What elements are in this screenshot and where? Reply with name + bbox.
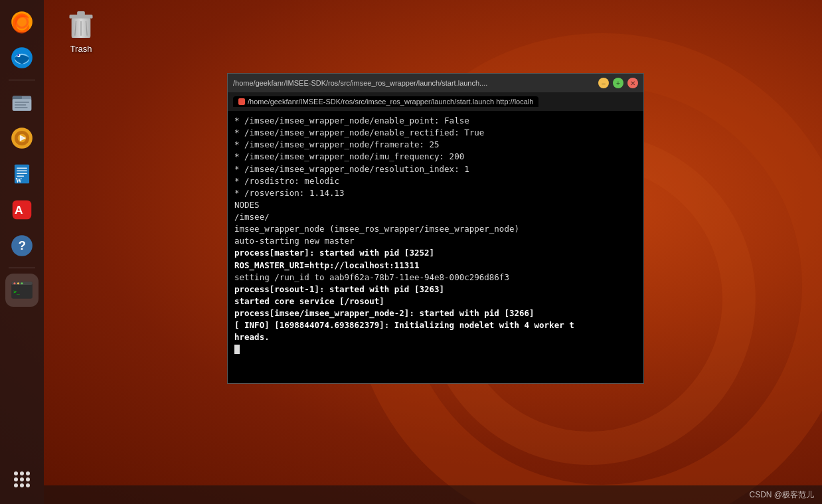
launcher: W A ? >_	[0, 0, 44, 504]
svg-rect-21	[17, 173, 27, 174]
terminal-line: process[rosout-1]: started with pid [326…	[234, 284, 637, 295]
minimize-button[interactable]: –	[598, 78, 609, 88]
svg-rect-19	[17, 168, 27, 169]
svg-rect-10	[15, 102, 29, 103]
launcher-app-store[interactable]: A	[5, 193, 39, 226]
svg-text:W: W	[16, 177, 23, 184]
terminal-window: /home/geekfanr/IMSEE-SDK/ros/src/imsee_r…	[227, 73, 644, 384]
terminal-line: process[imsee/imsee_wrapper_node-2]: sta…	[234, 307, 637, 319]
trash-desktop-icon[interactable]: Trash	[64, 8, 98, 54]
svg-point-2	[17, 17, 27, 27]
svg-point-32	[21, 282, 23, 284]
svg-rect-20	[17, 170, 27, 171]
terminal-line: * /imsee/imsee_wrapper_node/enable_recti…	[234, 127, 637, 139]
launcher-help[interactable]: ?	[5, 229, 39, 262]
terminal-titlebar: /home/geekfanr/IMSEE-SDK/ros/src/imsee_r…	[228, 74, 643, 92]
svg-point-6	[17, 54, 19, 56]
trash-icon	[64, 8, 98, 41]
terminal-line: * /rosdistro: melodic	[234, 175, 637, 187]
terminal-line: hreads.	[234, 331, 637, 343]
terminal-title: /home/geekfanr/IMSEE-SDK/ros/src/imsee_r…	[233, 79, 594, 87]
launcher-thunderbird[interactable]	[5, 41, 39, 74]
launcher-sep-1	[9, 80, 35, 80]
terminal-line: [ INFO] [1698844074.693862379]: Initiali…	[234, 319, 637, 331]
svg-rect-37	[77, 11, 85, 15]
show-applications-button[interactable]	[5, 463, 39, 496]
launcher-files[interactable]	[5, 86, 39, 119]
launcher-libreoffice-writer[interactable]: W	[5, 157, 39, 191]
desktop: W A ? >_	[0, 0, 822, 504]
svg-rect-8	[13, 96, 22, 100]
terminal-line: * /rosversion: 1.14.13	[234, 187, 637, 199]
svg-rect-22	[17, 175, 24, 177]
terminal-line: setting /run_id to aab9f62a-78b7-11ee-94…	[234, 272, 637, 284]
terminal-cursor	[234, 345, 240, 354]
terminal-tab[interactable]: /home/geekfanr/IMSEE-SDK/ros/src/imsee_r…	[233, 96, 538, 107]
svg-point-31	[17, 282, 19, 284]
svg-text:?: ?	[18, 238, 26, 252]
terminal-line: ROS_MASTER_URI=http://localhost:11311	[234, 260, 637, 272]
svg-text:A: A	[15, 203, 23, 216]
svg-rect-36	[70, 15, 93, 19]
svg-text:>_: >_	[13, 289, 20, 295]
terminal-body[interactable]: * /imsee/imsee_wrapper_node/enable_point…	[228, 111, 643, 383]
terminal-line: * /imsee/imsee_wrapper_node/imu_frequenc…	[234, 151, 637, 163]
terminal-tab-label: /home/geekfanr/IMSEE-SDK/ros/src/imsee_r…	[248, 98, 533, 106]
svg-rect-11	[15, 104, 26, 106]
terminal-line: NODES	[234, 199, 637, 211]
close-button[interactable]: ✕	[627, 78, 638, 88]
terminal-line: * /imsee/imsee_wrapper_node/framerate: 2…	[234, 139, 637, 151]
taskbar-watermark: CSDN @极客范儿	[749, 489, 814, 501]
terminal-line: * /imsee/imsee_wrapper_node/resolution_i…	[234, 163, 637, 175]
trash-label: Trash	[70, 44, 92, 54]
svg-rect-12	[15, 107, 28, 108]
launcher-bottom	[0, 463, 44, 496]
launcher-terminal[interactable]: >_	[5, 274, 39, 307]
terminal-tab-bar: /home/geekfanr/IMSEE-SDK/ros/src/imsee_r…	[228, 92, 643, 111]
svg-point-30	[13, 282, 15, 284]
terminal-line: /imsee/	[234, 211, 637, 223]
launcher-sep-2	[9, 268, 35, 268]
taskbar: CSDN @极客范儿	[44, 485, 822, 504]
terminal-line: started core service [/rosout]	[234, 295, 637, 307]
ros-indicator	[238, 98, 245, 105]
terminal-line: imsee_wrapper_node (imsee_ros_wrapper/im…	[234, 223, 637, 235]
launcher-firefox[interactable]	[5, 5, 39, 39]
terminal-cursor-line	[234, 343, 637, 355]
launcher-rhythmbox[interactable]	[5, 122, 39, 155]
terminal-line: process[master]: started with pid [3252]	[234, 247, 637, 259]
terminal-line: * /imsee/imsee_wrapper_node/enable_point…	[234, 115, 637, 127]
terminal-line: auto-starting new master	[234, 235, 637, 247]
grid-icon	[14, 471, 30, 487]
maximize-button[interactable]: +	[613, 78, 623, 88]
